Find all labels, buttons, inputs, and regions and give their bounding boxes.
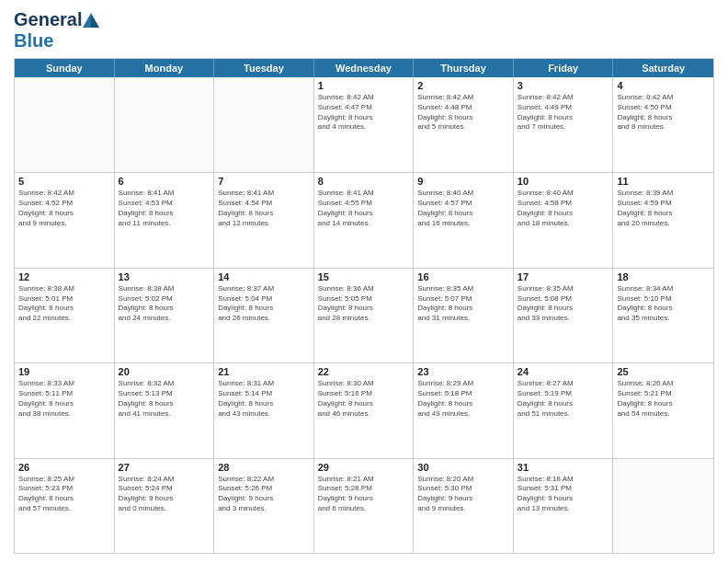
day-info: Sunrise: 8:38 AM Sunset: 5:02 PM Dayligh… [119, 284, 210, 324]
day-info: Sunrise: 8:26 AM Sunset: 5:21 PM Dayligh… [617, 379, 710, 419]
header: General Blue [14, 9, 714, 51]
day-cell-26: 26Sunrise: 8:25 AM Sunset: 5:23 PM Dayli… [15, 459, 115, 553]
week-row-1: 5Sunrise: 8:42 AM Sunset: 4:52 PM Daylig… [15, 172, 713, 267]
day-number: 1 [318, 80, 410, 91]
day-number: 12 [18, 271, 110, 282]
day-info: Sunrise: 8:21 AM Sunset: 5:28 PM Dayligh… [318, 475, 410, 514]
day-info: Sunrise: 8:20 AM Sunset: 5:30 PM Dayligh… [417, 475, 509, 514]
header-day-sunday: Sunday [15, 59, 115, 77]
day-number: 10 [518, 176, 609, 187]
day-info: Sunrise: 8:40 AM Sunset: 4:57 PM Dayligh… [417, 189, 509, 228]
day-cell-6: 6Sunrise: 8:41 AM Sunset: 4:53 PM Daylig… [115, 173, 215, 267]
week-row-2: 12Sunrise: 8:38 AM Sunset: 5:01 PM Dayli… [15, 268, 713, 362]
empty-cell-0-0 [15, 77, 115, 172]
day-info: Sunrise: 8:30 AM Sunset: 5:16 PM Dayligh… [318, 379, 410, 419]
week-row-4: 26Sunrise: 8:25 AM Sunset: 5:23 PM Dayli… [15, 458, 713, 553]
day-cell-14: 14Sunrise: 8:37 AM Sunset: 5:04 PM Dayli… [214, 269, 314, 362]
day-cell-25: 25Sunrise: 8:26 AM Sunset: 5:21 PM Dayli… [613, 363, 713, 457]
day-number: 8 [318, 176, 410, 187]
day-number: 9 [417, 176, 509, 187]
day-number: 14 [218, 271, 310, 282]
day-info: Sunrise: 8:40 AM Sunset: 4:58 PM Dayligh… [518, 189, 609, 228]
day-cell-31: 31Sunrise: 8:18 AM Sunset: 5:31 PM Dayli… [514, 459, 614, 553]
day-number: 21 [218, 366, 310, 377]
day-info: Sunrise: 8:18 AM Sunset: 5:31 PM Dayligh… [518, 475, 609, 514]
week-row-3: 19Sunrise: 8:33 AM Sunset: 5:11 PM Dayli… [15, 362, 713, 457]
day-cell-4: 4Sunrise: 8:42 AM Sunset: 4:50 PM Daylig… [613, 77, 713, 172]
day-info: Sunrise: 8:42 AM Sunset: 4:52 PM Dayligh… [18, 189, 110, 228]
day-number: 11 [617, 176, 710, 187]
header-day-monday: Monday [115, 59, 215, 77]
day-cell-5: 5Sunrise: 8:42 AM Sunset: 4:52 PM Daylig… [15, 173, 115, 267]
header-day-thursday: Thursday [414, 59, 514, 77]
day-cell-8: 8Sunrise: 8:41 AM Sunset: 4:55 PM Daylig… [314, 173, 415, 267]
day-info: Sunrise: 8:41 AM Sunset: 4:53 PM Dayligh… [119, 189, 210, 228]
logo-wrapper: General Blue [14, 9, 100, 51]
day-cell-27: 27Sunrise: 8:24 AM Sunset: 5:24 PM Dayli… [115, 459, 215, 553]
day-cell-15: 15Sunrise: 8:36 AM Sunset: 5:05 PM Dayli… [314, 269, 415, 362]
day-number: 22 [318, 366, 410, 377]
day-info: Sunrise: 8:27 AM Sunset: 5:19 PM Dayligh… [518, 379, 609, 419]
calendar: SundayMondayTuesdayWednesdayThursdayFrid… [14, 58, 714, 554]
logo: General Blue [14, 9, 100, 51]
day-number: 3 [518, 80, 609, 91]
logo-top: General [14, 9, 100, 30]
day-number: 2 [417, 80, 509, 91]
header-day-saturday: Saturday [613, 59, 713, 77]
day-cell-18: 18Sunrise: 8:34 AM Sunset: 5:10 PM Dayli… [613, 269, 713, 362]
day-cell-7: 7Sunrise: 8:41 AM Sunset: 4:54 PM Daylig… [214, 173, 314, 267]
day-cell-30: 30Sunrise: 8:20 AM Sunset: 5:30 PM Dayli… [414, 459, 514, 553]
day-info: Sunrise: 8:31 AM Sunset: 5:14 PM Dayligh… [218, 379, 310, 419]
day-info: Sunrise: 8:35 AM Sunset: 5:07 PM Dayligh… [417, 284, 509, 324]
day-cell-16: 16Sunrise: 8:35 AM Sunset: 5:07 PM Dayli… [414, 269, 514, 362]
day-info: Sunrise: 8:38 AM Sunset: 5:01 PM Dayligh… [18, 284, 110, 324]
day-number: 5 [18, 176, 110, 187]
day-info: Sunrise: 8:34 AM Sunset: 5:10 PM Dayligh… [617, 284, 710, 324]
day-info: Sunrise: 8:33 AM Sunset: 5:11 PM Dayligh… [18, 379, 110, 419]
day-info: Sunrise: 8:32 AM Sunset: 5:13 PM Dayligh… [119, 379, 210, 419]
day-info: Sunrise: 8:41 AM Sunset: 4:55 PM Dayligh… [318, 189, 410, 228]
day-cell-9: 9Sunrise: 8:40 AM Sunset: 4:57 PM Daylig… [414, 173, 514, 267]
calendar-header: SundayMondayTuesdayWednesdayThursdayFrid… [15, 59, 713, 77]
day-info: Sunrise: 8:37 AM Sunset: 5:04 PM Dayligh… [218, 284, 310, 324]
day-number: 30 [417, 462, 509, 473]
day-cell-11: 11Sunrise: 8:39 AM Sunset: 4:59 PM Dayli… [613, 173, 713, 267]
day-number: 16 [417, 271, 509, 282]
day-info: Sunrise: 8:39 AM Sunset: 4:59 PM Dayligh… [617, 189, 710, 228]
day-info: Sunrise: 8:42 AM Sunset: 4:49 PM Dayligh… [518, 93, 609, 132]
day-number: 25 [617, 366, 710, 377]
empty-cell-0-2 [214, 77, 314, 172]
day-info: Sunrise: 8:41 AM Sunset: 4:54 PM Dayligh… [218, 189, 310, 228]
day-number: 23 [417, 366, 509, 377]
day-number: 27 [119, 462, 210, 473]
day-cell-2: 2Sunrise: 8:42 AM Sunset: 4:48 PM Daylig… [414, 77, 514, 172]
day-info: Sunrise: 8:36 AM Sunset: 5:05 PM Dayligh… [318, 284, 410, 324]
day-info: Sunrise: 8:35 AM Sunset: 5:08 PM Dayligh… [518, 284, 609, 324]
day-info: Sunrise: 8:24 AM Sunset: 5:24 PM Dayligh… [119, 475, 210, 514]
day-number: 29 [318, 462, 410, 473]
day-cell-10: 10Sunrise: 8:40 AM Sunset: 4:58 PM Dayli… [514, 173, 614, 267]
day-cell-3: 3Sunrise: 8:42 AM Sunset: 4:49 PM Daylig… [514, 77, 614, 172]
day-number: 26 [18, 462, 110, 473]
page: General Blue SundayMondayTuesdayWednesda… [0, 0, 728, 563]
day-number: 24 [518, 366, 609, 377]
day-number: 15 [318, 271, 410, 282]
day-cell-23: 23Sunrise: 8:29 AM Sunset: 5:18 PM Dayli… [414, 363, 514, 457]
day-cell-19: 19Sunrise: 8:33 AM Sunset: 5:11 PM Dayli… [15, 363, 115, 457]
day-number: 7 [218, 176, 310, 187]
day-cell-20: 20Sunrise: 8:32 AM Sunset: 5:13 PM Dayli… [115, 363, 215, 457]
day-cell-24: 24Sunrise: 8:27 AM Sunset: 5:19 PM Dayli… [514, 363, 614, 457]
day-cell-13: 13Sunrise: 8:38 AM Sunset: 5:02 PM Dayli… [115, 269, 215, 362]
day-info: Sunrise: 8:42 AM Sunset: 4:50 PM Dayligh… [617, 93, 710, 132]
day-cell-28: 28Sunrise: 8:22 AM Sunset: 5:26 PM Dayli… [214, 459, 314, 553]
empty-cell-0-1 [115, 77, 215, 172]
day-number: 18 [617, 271, 710, 282]
day-number: 13 [119, 271, 210, 282]
day-cell-12: 12Sunrise: 8:38 AM Sunset: 5:01 PM Dayli… [15, 269, 115, 362]
day-number: 28 [218, 462, 310, 473]
day-cell-22: 22Sunrise: 8:30 AM Sunset: 5:16 PM Dayli… [314, 363, 415, 457]
day-info: Sunrise: 8:29 AM Sunset: 5:18 PM Dayligh… [417, 379, 509, 419]
header-day-friday: Friday [514, 59, 614, 77]
day-cell-21: 21Sunrise: 8:31 AM Sunset: 5:14 PM Dayli… [214, 363, 314, 457]
logo-blue-text: Blue [14, 30, 100, 51]
